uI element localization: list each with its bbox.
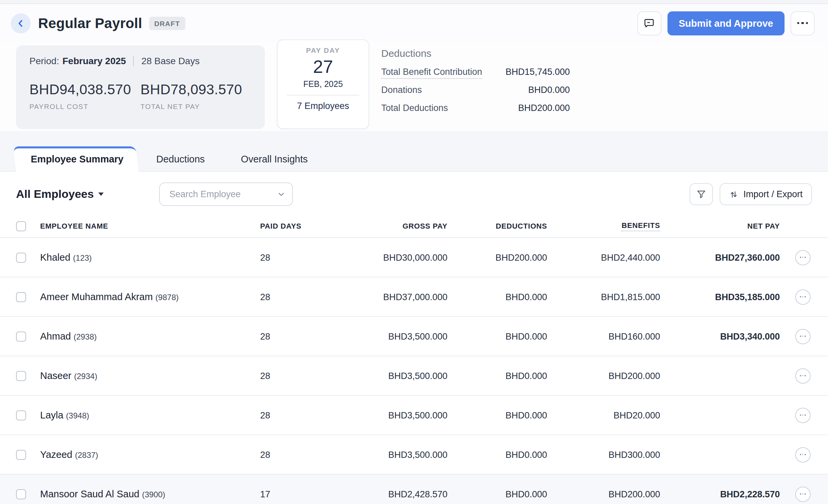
deduction-row: Total Benefit Contribution BHD15,745.000: [381, 67, 570, 85]
page-header: Regular Payroll DRAFT Submit and Approve: [0, 4, 828, 42]
row-checkbox[interactable]: [16, 371, 26, 381]
row-checkbox[interactable]: [16, 331, 26, 341]
employee-search[interactable]: [159, 182, 293, 206]
row-actions-button[interactable]: [795, 407, 811, 423]
col-paid-days: PAID DAYS: [260, 222, 340, 230]
row-actions-button[interactable]: [795, 289, 811, 305]
payroll-cost-value: BHD94,038.570: [30, 82, 140, 98]
benefits-cell: BHD300.000: [547, 450, 660, 460]
deductions-cell: BHD0.000: [448, 331, 547, 341]
net-pay-cell: BHD27,360.000: [660, 252, 780, 262]
period-label: Period:: [30, 55, 59, 66]
payroll-cost-label: PAYROLL COST: [30, 102, 140, 110]
divider: [133, 56, 134, 66]
table-toolbar: All Employees Impo: [0, 172, 828, 206]
table-row: Layla(3948) 28 BHD3,500.000 BHD0.000 BHD…: [0, 396, 828, 435]
col-benefits: BENEFITS: [622, 221, 660, 231]
deduction-label: Total Benefit Contribution: [381, 67, 482, 79]
tab-bar: Employee SummaryDeductionsOverall Insigh…: [0, 131, 828, 172]
paid-days-cell: 28: [260, 292, 340, 302]
tab[interactable]: Overall Insights: [223, 146, 326, 171]
deductions-cell: BHD0.000: [448, 292, 547, 302]
net-pay-cell: BHD3,340.000: [660, 331, 780, 341]
gross-pay-cell: BHD3,500.000: [340, 450, 448, 460]
status-badge: DRAFT: [149, 16, 185, 30]
top-strip: [0, 0, 828, 4]
comment-button[interactable]: [637, 11, 661, 35]
employee-name: Ameer Muhammad Akram: [40, 291, 153, 302]
total-net-pay-label: TOTAL NET PAY: [140, 102, 251, 110]
employee-id: (123): [73, 253, 92, 263]
arrows-up-down-icon: [729, 189, 739, 199]
net-pay-cell: BHD35,185.000: [660, 292, 780, 302]
gross-pay-cell: BHD37,000.000: [340, 292, 448, 302]
page-title: Regular Payroll: [38, 15, 142, 31]
deductions-cell: BHD0.000: [448, 410, 547, 420]
employee-name: Layla: [40, 410, 63, 420]
paid-days-cell: 28: [260, 331, 340, 341]
payday-employee-count: 7 Employees: [278, 101, 369, 111]
deduction-row: Total Deductions BHD200.000: [381, 103, 570, 121]
tab[interactable]: Employee Summary: [16, 146, 138, 172]
employee-id: (9878): [156, 293, 178, 302]
row-checkbox[interactable]: [16, 489, 26, 499]
deduction-value: BHD15,745.000: [506, 67, 570, 77]
import-export-label: Import / Export: [743, 189, 802, 199]
benefits-cell: BHD20.000: [547, 410, 660, 420]
table-row: Naseer(2934) 28 BHD3,500.000 BHD0.000 BH…: [0, 356, 828, 396]
search-input[interactable]: [168, 188, 277, 200]
tab-content: All Employees Impo: [0, 172, 828, 504]
deductions-rows: Total Benefit Contribution BHD15,745.000…: [381, 67, 570, 121]
total-net-pay-value: BHD78,093.570: [140, 82, 251, 98]
row-actions-button[interactable]: [795, 486, 811, 502]
table-row: Ahmad(2938) 28 BHD3,500.000 BHD0.000 BHD…: [0, 317, 828, 356]
row-actions-button[interactable]: [795, 328, 811, 344]
funnel-icon: [697, 189, 707, 199]
deduction-label: Donations: [381, 85, 422, 95]
chevron-down-icon: [277, 190, 286, 198]
payday-day: 27: [278, 57, 369, 78]
payroll-app: Regular Payroll DRAFT Submit and Approve…: [0, 0, 828, 504]
employee-scope-dropdown[interactable]: All Employees: [16, 187, 104, 201]
benefits-cell: BHD1,815.000: [547, 292, 660, 302]
employee-id: (2938): [74, 332, 97, 341]
gross-pay-cell: BHD30,000.000: [340, 252, 448, 262]
table-row: Khaled(123) 28 BHD30,000.000 BHD200.000 …: [0, 238, 828, 277]
row-actions-button[interactable]: [795, 250, 811, 265]
deductions-panel-title: Deductions: [381, 47, 570, 59]
employee-name: Khaled: [40, 252, 70, 263]
base-days: 28 Base Days: [141, 55, 200, 66]
more-actions-button[interactable]: [791, 11, 815, 35]
deductions-cell: BHD0.000: [448, 371, 547, 381]
row-actions-button[interactable]: [795, 368, 811, 383]
employee-name: Mansoor Saud Al Saud: [40, 489, 139, 499]
row-checkbox[interactable]: [16, 410, 26, 420]
employee-id: (3948): [66, 411, 89, 420]
paid-days-cell: 28: [260, 450, 340, 460]
benefits-cell: BHD200.000: [547, 371, 660, 381]
tab[interactable]: Deductions: [138, 146, 223, 171]
row-checkbox[interactable]: [16, 292, 26, 302]
row-checkbox[interactable]: [16, 252, 26, 262]
deduction-label: Total Deductions: [381, 103, 448, 113]
filter-button[interactable]: [690, 183, 713, 205]
deductions-cell: BHD0.000: [448, 450, 547, 460]
employee-name: Naseer: [40, 370, 72, 381]
benefits-cell: BHD160.000: [547, 331, 660, 341]
period-value: February 2025: [63, 55, 126, 66]
deduction-value: BHD200.000: [518, 103, 570, 113]
gross-pay-cell: BHD3,500.000: [340, 371, 448, 381]
table-row: Mansoor Saud Al Saud(3900) 17 BHD2,428.5…: [0, 474, 828, 504]
gross-pay-cell: BHD2,428.570: [340, 489, 448, 499]
row-checkbox[interactable]: [16, 450, 26, 460]
back-button[interactable]: [11, 13, 31, 33]
employee-id: (2934): [74, 372, 97, 381]
submit-approve-button[interactable]: Submit and Approve: [667, 11, 785, 35]
deductions-cell: BHD0.000: [448, 489, 547, 499]
import-export-button[interactable]: Import / Export: [720, 183, 812, 205]
employee-id: (3900): [142, 490, 165, 499]
payday-label: PAY DAY: [278, 46, 369, 54]
divider: [287, 95, 359, 96]
row-actions-button[interactable]: [795, 447, 811, 462]
select-all-checkbox[interactable]: [16, 221, 26, 231]
